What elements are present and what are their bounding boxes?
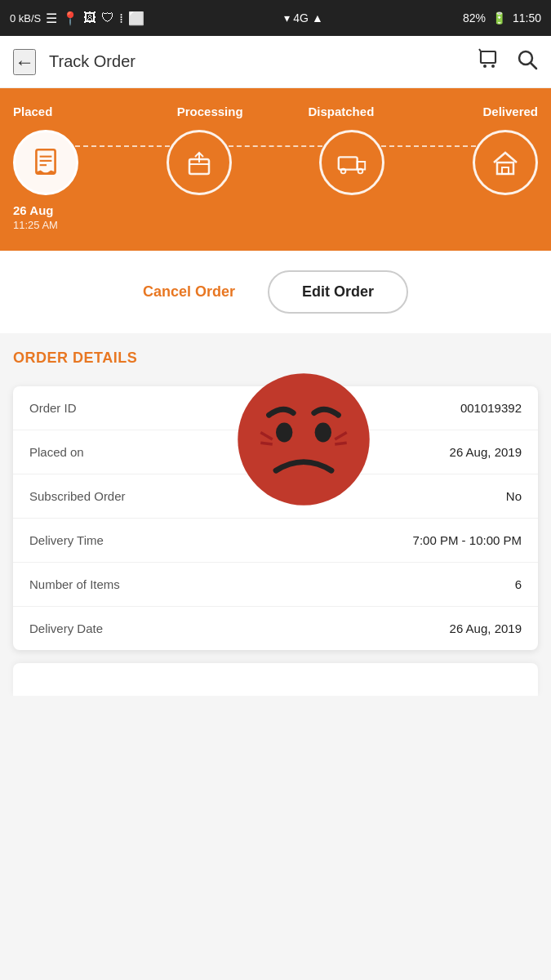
status-bar: 0 kB/S ☰ 📍 🖼 🛡 ⁞ ⬜ ▾ 4G ▲ 82% 🔋 11:50 (0, 0, 551, 36)
detail-row-order-id: Order ID 001019392 (13, 386, 538, 430)
delivery-date-label: Delivery Date (29, 621, 103, 635)
cart-icon[interactable] (478, 48, 500, 76)
search-icon[interactable] (517, 49, 538, 75)
dots-icon: ⁞ (119, 11, 123, 26)
maps-icon: 📍 (62, 11, 78, 26)
num-items-value: 6 (515, 577, 522, 591)
order-details-section: ORDER DETAILS (0, 333, 551, 376)
detail-row-delivery-date: Delivery Date 26 Aug, 2019 (13, 607, 538, 650)
detail-row-placed-on: Placed on 26 Aug, 2019 (13, 430, 538, 474)
edit-order-button[interactable]: Edit Order (268, 270, 408, 314)
status-bar-right: 82% 🔋 11:50 (463, 11, 541, 24)
step-label-dispatched: Dispatched (276, 105, 407, 118)
step-label-placed: Placed (13, 105, 144, 118)
circle-placed (13, 130, 78, 195)
detail-row-delivery-time: Delivery Time 7:00 PM - 10:00 PM (13, 519, 538, 563)
progress-banner: Placed Processing Dispatched Delivered (0, 88, 551, 251)
order-details-title: ORDER DETAILS (13, 350, 137, 366)
delivery-time-label: Delivery Time (29, 533, 104, 547)
svg-rect-13 (339, 157, 358, 169)
progress-circles (13, 130, 538, 195)
status-bar-left: 0 kB/S ☰ 📍 🖼 🛡 ⁞ ⬜ (10, 11, 144, 26)
detail-row-num-items: Number of Items 6 (13, 563, 538, 607)
svg-point-15 (358, 169, 363, 174)
svg-point-2 (491, 65, 495, 68)
order-details-card: Order ID 001019392 Placed on 26 Aug, 201… (13, 386, 538, 650)
page-title: Track Order (49, 52, 464, 71)
step-label-delivered: Delivered (407, 105, 538, 118)
circle-dispatched (319, 130, 384, 195)
bottom-partial-card (13, 663, 538, 696)
delivery-time-value: 7:00 PM - 10:00 PM (413, 533, 522, 547)
order-id-label: Order ID (29, 401, 77, 415)
subscribed-label: Subscribed Order (29, 489, 126, 503)
back-button[interactable]: ← (13, 49, 36, 75)
dashed-line-2 (229, 145, 323, 147)
svg-line-5 (531, 63, 536, 69)
clock: 11:50 (513, 11, 541, 24)
detail-row-subscribed: Subscribed Order No (13, 474, 538, 519)
circle-delivered (473, 130, 538, 195)
image-icon: 🖼 (83, 11, 96, 25)
dashed-line-3 (381, 145, 476, 147)
order-id-value: 001019392 (460, 401, 522, 415)
svg-line-3 (479, 49, 481, 51)
num-items-label: Number of Items (29, 577, 120, 591)
circle-processing (167, 130, 232, 195)
delivery-date-value: 26 Aug, 2019 (450, 621, 522, 635)
battery-icon: 🔋 (492, 11, 506, 24)
square-icon: ⬜ (128, 11, 144, 26)
status-bar-center: ▾ 4G ▲ (284, 11, 322, 24)
subscribed-value: No (506, 489, 522, 503)
battery-level: 82% (463, 11, 486, 24)
shield-icon: 🛡 (101, 11, 114, 25)
header: ← Track Order (0, 36, 551, 88)
notification-icon: ☰ (46, 11, 57, 26)
network-type: 4G (293, 11, 309, 24)
svg-point-14 (341, 169, 346, 174)
placed-time: 11:25 AM (13, 219, 538, 231)
dashed-line-1 (75, 145, 170, 147)
placed-date: 26 Aug (13, 203, 538, 217)
placed-datetime: 26 Aug 11:25 AM (13, 203, 538, 231)
header-icons (478, 48, 538, 76)
step-label-processing: Processing (144, 105, 276, 118)
action-buttons: Cancel Order Edit Order (0, 251, 551, 333)
svg-rect-0 (481, 51, 495, 63)
svg-point-1 (483, 65, 487, 68)
step-labels: Placed Processing Dispatched Delivered (13, 105, 538, 118)
placed-on-label: Placed on (29, 445, 84, 459)
placed-on-value: 26 Aug, 2019 (450, 445, 522, 459)
cancel-order-button[interactable]: Cancel Order (143, 283, 235, 301)
signal-icon: ▲ (312, 11, 323, 24)
wifi-icon: ▾ (284, 11, 293, 24)
data-speed: 0 kB/S (10, 12, 41, 24)
